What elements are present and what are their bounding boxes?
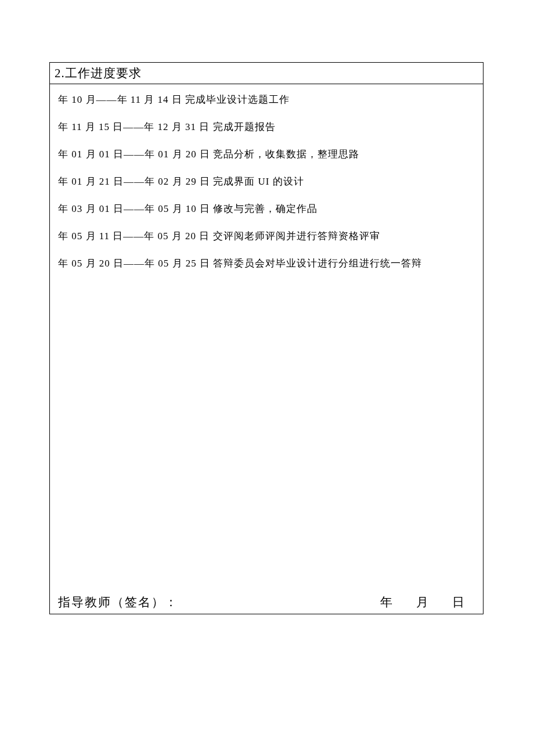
schedule-row: 年 05 月 11 日——年 05 月 20 日 交评阅老师评阅并进行答辩资格评… — [58, 229, 475, 243]
section-body: 年 10 月——年 11 月 14 日 完成毕业设计选题工作 年 11 月 15… — [50, 84, 483, 614]
schedule-row: 年 11 月 15 日——年 12 月 31 日 完成开题报告 — [58, 120, 475, 134]
schedule-row: 年 01 月 01 日——年 01 月 20 日 竞品分析，收集数据，整理思路 — [58, 147, 475, 161]
schedule-row: 年 01 月 21 日——年 02 月 29 日 完成界面 UI 的设计 — [58, 175, 475, 188]
date-fields: 年 月 日 — [370, 594, 475, 610]
section-heading: 2.工作进度要求 — [50, 63, 483, 84]
document-container: 2.工作进度要求 年 10 月——年 11 月 14 日 完成毕业设计选题工作 … — [49, 62, 484, 614]
day-label: 日 — [452, 594, 464, 610]
advisor-signature-label: 指导教师（签名）： — [58, 594, 178, 610]
schedule-row: 年 10 月——年 11 月 14 日 完成毕业设计选题工作 — [58, 93, 475, 106]
schedule-row: 年 05 月 20 日——年 05 月 25 日 答辩委员会对毕业设计进行分组进… — [58, 257, 475, 270]
month-label: 月 — [416, 594, 428, 610]
year-label: 年 — [380, 594, 392, 610]
signature-row: 指导教师（签名）： 年 月 日 — [58, 594, 475, 610]
schedule-row: 年 03 月 01 日——年 05 月 10 日 修改与完善，确定作品 — [58, 202, 475, 215]
